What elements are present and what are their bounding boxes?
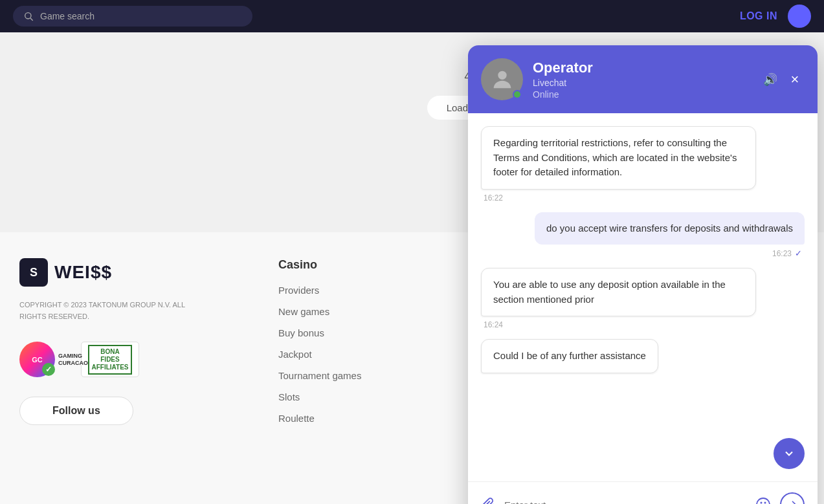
message-time-1: 16:22 bbox=[481, 193, 503, 203]
message-operator-3: Could I be of any further assistance bbox=[481, 339, 756, 373]
message-input[interactable] bbox=[504, 499, 746, 505]
message-user-1: do you accept wire transfers for deposit… bbox=[535, 212, 805, 259]
badges-row: GC ✓ GAMINGCURACAO BONAFIDESAFFILIATES bbox=[19, 342, 252, 377]
search-bar-container[interactable]: Game search bbox=[13, 6, 252, 27]
operator-status: Online bbox=[533, 89, 753, 100]
message-operator-2: You are able to use any deposit option a… bbox=[481, 268, 756, 329]
gaming-curacao-badge: GC ✓ GAMINGCURACAO bbox=[19, 342, 71, 377]
copyright-text: COPYRIGHT © 2023 TAKTONUM GROUP N.V. ALL… bbox=[19, 300, 214, 322]
message-bubble-operator-1: Regarding territorial restrictions, refe… bbox=[481, 126, 756, 190]
login-button[interactable]: LOG IN bbox=[740, 10, 777, 22]
gaming-curacao-label: GAMINGCURACAO bbox=[58, 353, 88, 367]
gc-check-icon: ✓ bbox=[42, 363, 55, 376]
chat-header: Operator Livechat Online 🔊 × bbox=[468, 45, 818, 113]
message-time-user-1: 16:23 ✓ bbox=[772, 248, 805, 258]
message-bubble-operator-3: Could I be of any further assistance bbox=[481, 339, 658, 373]
svg-point-2 bbox=[498, 71, 506, 79]
operator-avatar-icon bbox=[489, 67, 515, 93]
search-placeholder: Game search bbox=[40, 11, 95, 21]
online-indicator bbox=[513, 90, 522, 99]
operator-avatar bbox=[481, 58, 523, 100]
top-bar: Game search LOG IN bbox=[0, 0, 824, 32]
svg-line-1 bbox=[30, 18, 33, 21]
svg-point-0 bbox=[25, 13, 31, 19]
attach-button[interactable] bbox=[481, 498, 495, 504]
read-checkmark-icon: ✓ bbox=[795, 248, 802, 258]
svg-point-3 bbox=[757, 498, 770, 504]
gc-text: GC bbox=[32, 356, 43, 364]
bona-fides-badge: BONAFIDESAFFILIATES bbox=[81, 342, 139, 377]
operator-info: Operator Livechat Online bbox=[533, 60, 753, 100]
chat-input-area bbox=[468, 481, 818, 504]
user-avatar-top bbox=[788, 5, 811, 28]
center-area: 40 of Load bbox=[259, 71, 487, 120]
message-time-2: 16:24 bbox=[481, 320, 503, 329]
close-button[interactable]: × bbox=[785, 70, 805, 89]
emoji-button[interactable] bbox=[755, 497, 771, 504]
logo-icon: S bbox=[19, 258, 48, 287]
follow-us-button[interactable]: Follow us bbox=[19, 397, 133, 425]
message-operator-1: Regarding territorial restrictions, refe… bbox=[481, 126, 756, 203]
operator-name: Operator bbox=[533, 60, 753, 76]
footer-left-column: S WEI$$ COPYRIGHT © 2023 TAKTONUM GROUP … bbox=[19, 258, 252, 491]
sound-button[interactable]: 🔊 bbox=[763, 72, 777, 87]
message-bubble-operator-2: You are able to use any deposit option a… bbox=[481, 268, 756, 316]
logo-text: WEI$$ bbox=[54, 262, 112, 283]
scroll-down-button[interactable] bbox=[774, 438, 805, 469]
main-content: 40 of Load S WEI$$ COPYRIGHT © 2023 TAKT… bbox=[0, 32, 824, 504]
chat-header-actions: 🔊 × bbox=[763, 70, 805, 89]
bona-fides-text: BONAFIDESAFFILIATES bbox=[88, 345, 131, 375]
operator-subtitle: Livechat bbox=[533, 78, 753, 88]
chat-window: Operator Livechat Online 🔊 × Regarding t… bbox=[468, 45, 818, 504]
chat-messages: Regarding territorial restrictions, refe… bbox=[468, 113, 818, 481]
message-bubble-user-1: do you accept wire transfers for deposit… bbox=[535, 212, 805, 245]
search-icon bbox=[23, 11, 34, 21]
send-button[interactable] bbox=[780, 492, 805, 504]
logo: S WEI$$ bbox=[19, 258, 252, 287]
